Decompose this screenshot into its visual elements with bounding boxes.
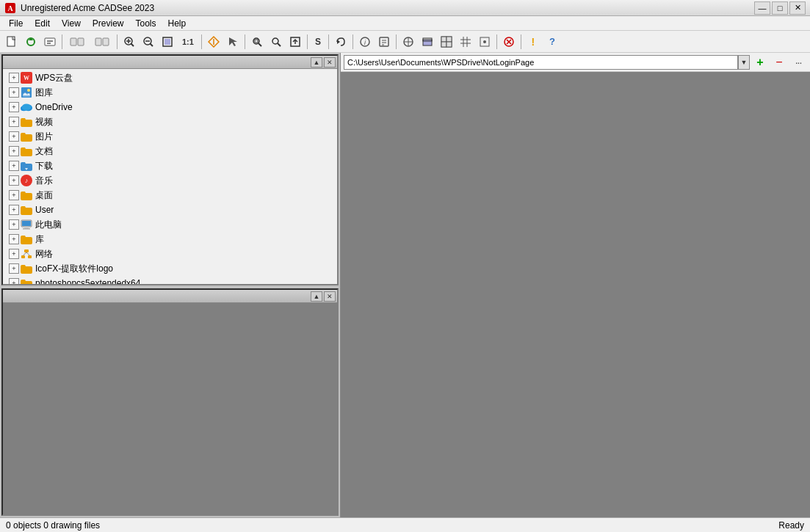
expander-user[interactable]: +: [9, 205, 19, 215]
expander-gallery[interactable]: +: [9, 87, 19, 98]
svg-line-29: [278, 43, 281, 46]
properties2-button[interactable]: [438, 33, 455, 51]
snap-button[interactable]: [476, 33, 493, 51]
filetree-minimize-button[interactable]: ▲: [311, 57, 322, 68]
expander-video[interactable]: +: [9, 117, 19, 127]
tree-item-icofx[interactable]: + IcoFX-提取软件logo: [3, 261, 337, 276]
select-tool[interactable]: [224, 33, 242, 51]
tree-item-downloads[interactable]: + 下载: [3, 158, 337, 173]
expander-onedrive[interactable]: +: [9, 102, 19, 112]
maximize-button[interactable]: □: [772, 1, 788, 15]
left-panel: ▲ ✕ + W WPS云盘 + 图库: [0, 53, 340, 517]
menu-tools[interactable]: Tools: [130, 17, 162, 30]
tree-item-onedrive[interactable]: + OneDrive: [3, 100, 337, 114]
tree-item-thispc[interactable]: + 此电脑: [3, 217, 337, 232]
mark-button[interactable]: !: [524, 33, 542, 51]
s-button[interactable]: S: [311, 34, 325, 49]
statusbar: 0 objects 0 drawing files Ready: [0, 517, 810, 532]
video-folder-icon: [21, 116, 32, 128]
minimize-button[interactable]: —: [754, 1, 770, 15]
tree-item-wps-cloud[interactable]: + W WPS云盘: [3, 70, 337, 85]
menu-edit[interactable]: Edit: [29, 17, 56, 30]
viewer-zoom-out-button[interactable]: −: [770, 54, 788, 70]
sep7: [352, 34, 353, 49]
menubar: File Edit View Preview Tools Help: [0, 16, 810, 31]
expander-wps-cloud[interactable]: +: [9, 73, 19, 83]
filetree-close-button[interactable]: ✕: [324, 57, 336, 68]
expander-downloads[interactable]: +: [9, 161, 19, 171]
preview-close-button[interactable]: ✕: [324, 291, 336, 302]
info2-button[interactable]: [375, 33, 393, 51]
network-icon: [21, 248, 32, 260]
file-tree-pane: ▲ ✕ + W WPS云盘 + 图库: [1, 54, 339, 285]
svg-rect-9: [70, 38, 76, 45]
zoom-rect-button[interactable]: [248, 33, 266, 51]
svg-rect-70: [24, 249, 29, 252]
properties-button[interactable]: [41, 33, 59, 51]
zoom-in-button[interactable]: [120, 33, 138, 51]
grid-button[interactable]: [457, 33, 474, 51]
status-ready: Ready: [778, 520, 804, 531]
menu-view[interactable]: View: [56, 17, 87, 30]
tree-item-user[interactable]: + User: [3, 203, 337, 217]
loop1-button[interactable]: [65, 34, 89, 50]
tree-item-library[interactable]: + 库: [3, 232, 337, 247]
zoom-extents-button[interactable]: [286, 33, 304, 51]
label-thispc: 此电脑: [35, 219, 62, 231]
tree-item-network[interactable]: + 网络: [3, 247, 337, 261]
preview-minimize-button[interactable]: ▲: [311, 291, 322, 302]
close-button[interactable]: ✕: [789, 1, 806, 15]
pictures-folder-icon: [21, 131, 32, 142]
expander-thispc[interactable]: +: [9, 219, 19, 230]
sep5: [307, 34, 308, 49]
undo-button[interactable]: [332, 33, 350, 51]
menu-file[interactable]: File: [3, 17, 29, 30]
highlight-tool[interactable]: [205, 33, 223, 51]
info1-button[interactable]: i: [356, 33, 374, 51]
zoom-out-button[interactable]: [140, 33, 157, 51]
svg-marker-32: [337, 40, 340, 44]
svg-point-61: [27, 89, 30, 92]
tree-item-photoshop[interactable]: + photoshopcs5extendedx64: [3, 276, 337, 284]
expander-network[interactable]: +: [9, 249, 19, 259]
refresh-button[interactable]: [22, 33, 40, 51]
expander-documents[interactable]: +: [9, 146, 19, 156]
label-video: 视频: [35, 116, 53, 128]
expander-photoshop[interactable]: +: [9, 278, 19, 284]
svg-line-18: [151, 43, 153, 46]
tree-item-gallery[interactable]: + 图库: [3, 85, 337, 100]
expander-desktop[interactable]: +: [9, 190, 19, 200]
new-button[interactable]: [3, 33, 21, 51]
tree-item-music[interactable]: + ♪ 音乐: [3, 173, 337, 188]
titlebar: A Unregistered Acme CADSee 2023 — □ ✕: [0, 0, 810, 16]
svg-rect-46: [446, 37, 452, 42]
viewer-more-button[interactable]: ···: [789, 54, 807, 70]
path-dropdown-button[interactable]: ▼: [738, 55, 750, 70]
layers-button[interactable]: [419, 33, 436, 51]
file-tree-body: + W WPS云盘 + 图库 +: [3, 69, 337, 284]
expander-icofx[interactable]: +: [9, 263, 19, 274]
zoom-window-button[interactable]: [267, 33, 285, 51]
tree-item-documents[interactable]: + 文档: [3, 144, 337, 158]
zoom-11-button[interactable]: 1:1: [178, 35, 198, 48]
thispc-icon: [21, 219, 32, 230]
viewer-zoom-in-button[interactable]: +: [751, 54, 769, 70]
tree-item-desktop[interactable]: + 桌面: [3, 188, 337, 203]
preview-body: [3, 303, 337, 514]
help-button[interactable]: ?: [543, 33, 561, 51]
reference-button[interactable]: [500, 33, 518, 51]
tree-item-pictures[interactable]: + 图片: [3, 129, 337, 144]
label-downloads: 下载: [35, 160, 53, 172]
menu-preview[interactable]: Preview: [87, 17, 130, 30]
sep3: [201, 34, 202, 49]
path-input[interactable]: [344, 55, 738, 70]
svg-text:i: i: [364, 39, 366, 46]
expander-library[interactable]: +: [9, 234, 19, 244]
loop2-button[interactable]: [90, 34, 114, 50]
expander-pictures[interactable]: +: [9, 131, 19, 142]
tree-item-video[interactable]: + 视频: [3, 114, 337, 129]
menu-help[interactable]: Help: [162, 17, 192, 30]
cursor-button[interactable]: [399, 33, 417, 51]
zoom-fit-button[interactable]: [159, 33, 176, 51]
expander-music[interactable]: +: [9, 175, 19, 186]
